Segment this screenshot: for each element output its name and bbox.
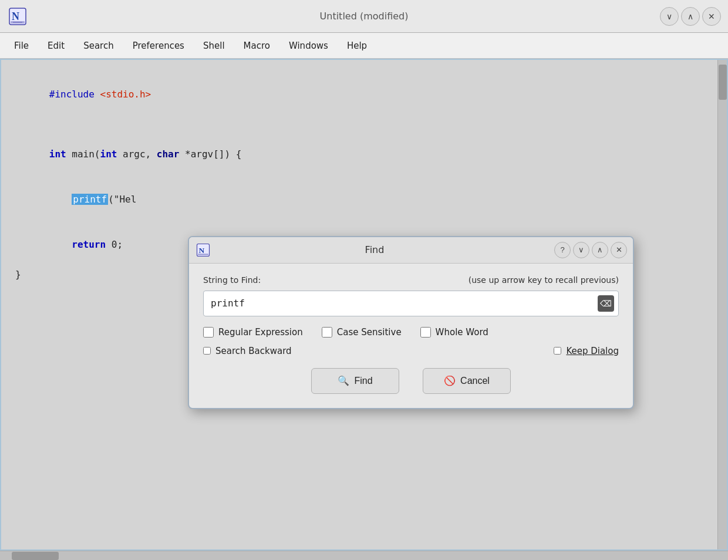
dialog-controls: ? ∨ ∧ ✕ [554,242,627,258]
dialog-app-icon: N [195,242,211,258]
dialog-help-button[interactable]: ? [554,242,571,258]
case-sensitive-option[interactable]: Case Sensitive [322,327,402,338]
menu-preferences[interactable]: Preferences [123,37,194,55]
code-line-4: printf("Hel [15,177,706,222]
case-sensitive-checkbox[interactable] [322,327,332,338]
menubar: File Edit Search Preferences Shell Macro… [0,33,728,59]
find-button[interactable]: 🔍 Find [311,368,399,394]
minimize-button[interactable]: ∨ [660,7,679,26]
menu-edit[interactable]: Edit [38,37,74,55]
scrollbar-thumb[interactable] [719,65,727,100]
titlebar: N Untitled (modified) ∨ ∧ ✕ [0,0,728,33]
keep-dialog-label: Keep Dialog [566,346,619,356]
cancel-button-label: Cancel [460,376,490,386]
editor-area: #include <stdio.h> int main(int argc, ch… [0,59,728,551]
menu-file[interactable]: File [5,37,38,55]
regular-expression-checkbox[interactable] [203,327,214,338]
search-label: String to Find: [203,275,261,285]
find-dialog: N Find ? ∨ ∧ ✕ String to Find: (use up a… [188,236,634,409]
search-input[interactable]: printf [203,291,619,316]
menu-help[interactable]: Help [338,37,376,55]
menu-search[interactable]: Search [74,37,123,55]
whole-word-label: Whole Word [436,327,488,338]
cancel-icon: 🚫 [444,375,456,386]
dialog-up-button[interactable]: ∧ [592,242,608,258]
horizontal-scrollbar[interactable] [0,551,728,560]
dialog-down-button[interactable]: ∨ [573,242,589,258]
keep-dialog-option[interactable]: Keep Dialog [554,346,619,356]
code-line-1: #include <stdio.h> [15,72,706,117]
regular-expression-option[interactable]: Regular Expression [203,327,303,338]
menu-shell[interactable]: Shell [194,37,234,55]
search-hint: (use up arrow key to recall previous) [469,275,619,285]
vertical-scrollbar[interactable] [717,60,727,549]
search-backward-label: Search Backward [215,346,292,356]
hint-row: String to Find: (use up arrow key to rec… [203,275,619,285]
search-icon: 🔍 [338,375,349,386]
find-button-label: Find [354,376,372,386]
options-row-2: Search Backward Keep Dialog [203,346,619,356]
titlebar-controls: ∨ ∧ ✕ [660,7,721,26]
case-sensitive-label: Case Sensitive [337,327,402,338]
maximize-button[interactable]: ∧ [681,7,700,26]
dialog-titlebar: N Find ? ∨ ∧ ✕ [189,237,633,264]
keep-dialog-checkbox[interactable] [554,347,561,355]
dialog-body: String to Find: (use up arrow key to rec… [189,264,633,408]
dialog-title: Find [216,244,533,255]
cancel-button[interactable]: 🚫 Cancel [423,368,511,394]
dialog-buttons: 🔍 Find 🚫 Cancel [203,368,619,394]
svg-rect-6 [198,254,208,255]
whole-word-checkbox[interactable] [420,327,431,338]
code-line-2 [15,117,706,132]
clear-input-button[interactable]: ⌫ [598,295,614,312]
window-title: Untitled (modified) [320,11,409,22]
dialog-close-button[interactable]: ✕ [611,242,627,258]
menu-windows[interactable]: Windows [279,37,338,55]
whole-word-option[interactable]: Whole Word [420,327,488,338]
hscrollbar-thumb[interactable] [12,552,59,560]
svg-text:N: N [12,11,19,22]
regular-expression-label: Regular Expression [218,327,303,338]
search-input-wrap: printf ⌫ [203,291,619,316]
app-icon: N [7,6,28,27]
search-backward-option[interactable]: Search Backward [203,346,292,356]
menu-macro[interactable]: Macro [234,37,279,55]
svg-text:N: N [199,245,205,254]
close-button[interactable]: ✕ [702,7,721,26]
search-backward-checkbox[interactable] [203,347,211,355]
options-row-1: Regular Expression Case Sensitive Whole … [203,327,619,338]
code-line-3: int main(int argc, char *argv[]) { [15,131,706,177]
